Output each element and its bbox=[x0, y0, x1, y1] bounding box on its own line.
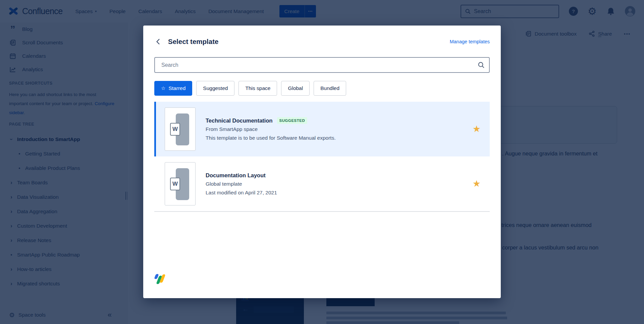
template-list: W Technical Documentation SUGGESTED From… bbox=[154, 102, 490, 212]
template-source: From SmartApp space bbox=[206, 125, 336, 134]
star-outline-icon: ☆ bbox=[161, 85, 165, 91]
filter-bundled[interactable]: Bundled bbox=[314, 81, 346, 96]
template-modified: Last modified on April 27, 2021 bbox=[206, 188, 277, 197]
manage-templates-link[interactable]: Manage templates bbox=[450, 39, 490, 44]
filter-suggested[interactable]: Suggested bbox=[196, 81, 234, 96]
template-search[interactable] bbox=[154, 57, 490, 73]
select-template-dialog: Select template Manage templates ☆ Starr… bbox=[143, 26, 501, 298]
filter-this-space[interactable]: This space bbox=[238, 81, 277, 96]
back-button[interactable] bbox=[154, 38, 162, 46]
template-filters: ☆ Starred Suggested This space Global Bu… bbox=[154, 81, 490, 96]
dialog-title: Select template bbox=[168, 38, 218, 46]
word-document-icon: W bbox=[165, 107, 196, 151]
template-description: This template is to be used for Software… bbox=[206, 134, 336, 142]
filter-starred[interactable]: ☆ Starred bbox=[154, 81, 192, 96]
chevron-left-icon bbox=[154, 38, 162, 46]
template-title: Technical Documentation bbox=[206, 118, 273, 124]
filter-global[interactable]: Global bbox=[281, 81, 310, 96]
star-button[interactable]: ★ bbox=[473, 179, 481, 188]
star-button[interactable]: ★ bbox=[473, 125, 481, 134]
vendor-logo bbox=[154, 274, 168, 284]
word-document-icon: W bbox=[165, 162, 196, 205]
search-icon bbox=[478, 61, 485, 68]
template-source: Global template bbox=[206, 180, 277, 188]
template-search-input[interactable] bbox=[154, 57, 490, 73]
dialog-header: Select template Manage templates bbox=[154, 26, 490, 46]
suggested-badge: SUGGESTED bbox=[277, 117, 308, 124]
template-info: Documentation Layout Global template Las… bbox=[206, 162, 277, 205]
list-divider bbox=[154, 211, 490, 212]
template-title: Documentation Layout bbox=[206, 172, 266, 179]
template-card-technical-documentation[interactable]: W Technical Documentation SUGGESTED From… bbox=[154, 102, 490, 156]
template-card-documentation-layout[interactable]: W Documentation Layout Global template L… bbox=[154, 161, 490, 206]
template-info: Technical Documentation SUGGESTED From S… bbox=[206, 107, 336, 151]
